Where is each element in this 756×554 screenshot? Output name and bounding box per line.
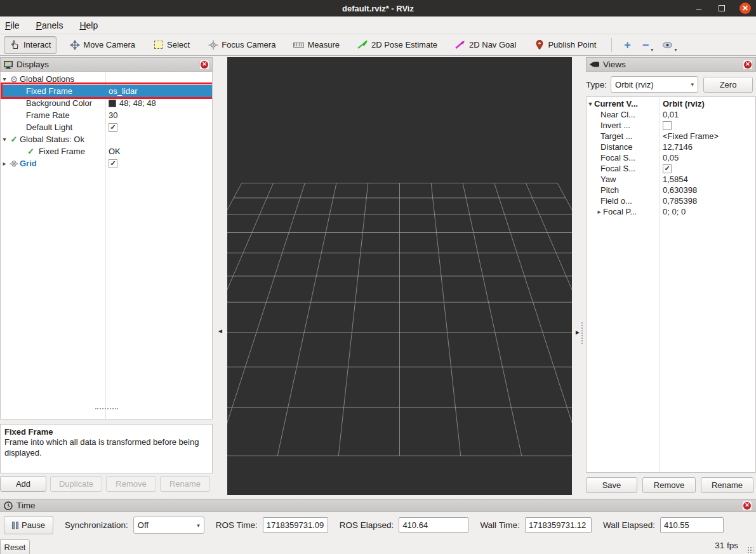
tree-row-global-status[interactable]: ▾✓Global Status: Ok: [1, 133, 212, 145]
menu-help[interactable]: Help: [79, 20, 98, 30]
row-label: Current V...: [594, 99, 638, 109]
resize-grip[interactable]: [747, 546, 753, 553]
row-value[interactable]: 30: [105, 109, 212, 121]
eye-icon[interactable]: [662, 39, 673, 50]
menu-panels[interactable]: Panels: [36, 20, 63, 30]
wall-elapsed-field[interactable]: 410.55: [660, 517, 724, 533]
render-viewport[interactable]: [227, 57, 572, 495]
expander-open-icon[interactable]: ▾: [587, 100, 594, 107]
tree-row-global-options[interactable]: ▾⚙Global Options: [1, 73, 212, 85]
tree-row-fixed-frame[interactable]: Fixed Frame os_lidar: [1, 85, 212, 97]
collapse-left-arrow-icon[interactable]: ◄: [217, 327, 223, 334]
checkbox-checked[interactable]: ✓: [109, 123, 117, 132]
collapse-right-arrow-icon[interactable]: ►: [574, 329, 581, 336]
view-row-focal-shape-size[interactable]: Focal S... 0,05: [587, 152, 755, 163]
tool-label: 2D Nav Goal: [469, 40, 516, 49]
view-type-row: Type: Orbit (rviz) ▾ Zero: [586, 76, 756, 93]
view-row-focal-shape-fixed[interactable]: Focal S... ✓: [587, 163, 755, 174]
ros-time-field[interactable]: 1718359731.09: [263, 517, 328, 533]
add-tool-plus-icon[interactable]: +: [624, 41, 631, 49]
tree-row-default-light[interactable]: Default Light ✓: [1, 121, 212, 133]
row-label: Focal S...: [600, 164, 635, 173]
view-row-field-of-view[interactable]: Field o... 0,785398: [587, 195, 755, 206]
row-value[interactable]: 0,05: [659, 153, 755, 162]
row-value[interactable]: 12,7146: [659, 142, 755, 152]
save-view-button[interactable]: Save: [586, 477, 637, 493]
time-panel-title: Time: [17, 501, 36, 510]
view-row-current[interactable]: ▾Current V... Orbit (rviz): [587, 98, 755, 109]
view-row-target[interactable]: Target ... <Fixed Frame>: [587, 131, 755, 142]
row-value[interactable]: 0,01: [659, 110, 755, 119]
splitter-handle[interactable]: [95, 408, 118, 409]
expander-closed-icon[interactable]: ▸: [1, 160, 8, 167]
select-tool-button[interactable]: Select: [148, 36, 195, 54]
row-label: Target ...: [600, 131, 633, 141]
tree-row-frame-rate[interactable]: Frame Rate 30: [1, 109, 212, 121]
tool-label: Move Camera: [83, 40, 135, 49]
view-row-distance[interactable]: Distance 12,7146: [587, 142, 755, 152]
row-value[interactable]: 0,630398: [659, 185, 755, 195]
views-tree: ▾Current V... Orbit (rviz) Near Cl... 0,…: [586, 96, 756, 473]
remove-view-button[interactable]: Remove: [642, 477, 696, 493]
zero-button[interactable]: Zero: [703, 77, 753, 93]
window-close-icon[interactable]: ✕: [739, 3, 751, 14]
tree-row-fixed-frame-status[interactable]: ✓Fixed Frame OK: [1, 145, 212, 157]
view-row-focal-point[interactable]: ▸Focal P... 0; 0; 0: [587, 206, 755, 217]
sync-dropdown[interactable]: Off ▾: [133, 517, 204, 534]
focus-camera-tool-button[interactable]: Focus Camera: [202, 36, 281, 54]
wall-time-field[interactable]: 1718359731.12: [525, 517, 592, 533]
expander-open-icon[interactable]: ▾: [1, 76, 8, 82]
displays-close-button[interactable]: ✕: [199, 60, 209, 70]
publish-point-tool-button[interactable]: Publish Point: [529, 36, 601, 54]
row-value[interactable]: 48; 48; 48: [119, 98, 156, 108]
nav-goal-tool-button[interactable]: 2D Nav Goal: [450, 36, 521, 54]
view-row-invert[interactable]: Invert ...: [587, 120, 755, 131]
measure-tool-button[interactable]: Measure: [288, 36, 345, 54]
wall-time-label: Wall Time:: [480, 520, 520, 530]
expander-closed-icon[interactable]: ▸: [595, 208, 603, 215]
view-row-near-clip[interactable]: Near Cl... 0,01: [587, 109, 755, 120]
row-value[interactable]: 0,785398: [659, 196, 755, 206]
views-close-button[interactable]: ✕: [743, 60, 753, 70]
minimize-icon[interactable]: –: [694, 3, 704, 13]
time-close-button[interactable]: ✕: [742, 501, 752, 511]
reset-button[interactable]: Reset: [0, 539, 30, 554]
tool-label: 2D Pose Estimate: [371, 40, 437, 49]
view-row-yaw[interactable]: Yaw 1,5854: [587, 174, 755, 185]
splitter-grip[interactable]: [581, 322, 583, 344]
remove-tool-minus-icon[interactable]: −: [642, 41, 649, 49]
row-value[interactable]: 1,5854: [659, 175, 755, 184]
tree-row-grid[interactable]: ▸Grid ✓: [1, 157, 212, 169]
expander-open-icon[interactable]: ▾: [1, 136, 8, 143]
row-value: OK: [105, 145, 212, 157]
row-value[interactable]: 0; 0; 0: [659, 207, 755, 216]
interact-tool-button[interactable]: Interact: [4, 36, 56, 54]
left-splitter-strip[interactable]: ◄: [213, 57, 227, 495]
move-arrows-icon: [69, 39, 80, 50]
tree-row-background-color[interactable]: Background Color 48; 48; 48: [1, 97, 212, 109]
maximize-icon[interactable]: [717, 3, 727, 13]
rename-view-button[interactable]: Rename: [701, 477, 753, 493]
pause-button[interactable]: Pause: [4, 516, 53, 534]
row-label: Global Options: [20, 74, 74, 84]
menu-file[interactable]: File: [5, 20, 20, 30]
minus-dropdown-arrow-icon[interactable]: ▾: [651, 47, 653, 53]
checkbox-checked[interactable]: ✓: [663, 164, 672, 173]
ros-elapsed-field[interactable]: 410.64: [399, 517, 468, 533]
main-area: Displays ✕ ▾⚙Global Options Fixed Frame …: [0, 56, 756, 499]
row-value[interactable]: <Fixed Frame>: [659, 131, 755, 141]
ros-time-label: ROS Time:: [216, 520, 258, 530]
row-label: Invert ...: [600, 121, 630, 130]
eye-dropdown-arrow-icon[interactable]: ▾: [674, 47, 677, 53]
view-row-pitch[interactable]: Pitch 0,630398: [587, 185, 755, 195]
view-type-dropdown[interactable]: Orbit (rviz) ▾: [611, 76, 698, 93]
time-panel: Time ✕ Pause Synchronization: Off ▾ ROS …: [0, 499, 756, 554]
pose-estimate-tool-button[interactable]: 2D Pose Estimate: [352, 36, 442, 54]
move-camera-tool-button[interactable]: Move Camera: [64, 36, 140, 54]
checkbox-checked[interactable]: ✓: [109, 159, 117, 168]
ros-elapsed-label: ROS Elapsed:: [340, 520, 394, 530]
checkbox-unchecked[interactable]: [663, 121, 672, 130]
add-button[interactable]: Add: [0, 476, 46, 492]
row-value[interactable]: os_lidar: [105, 85, 212, 97]
right-splitter-strip[interactable]: ►: [572, 57, 586, 495]
